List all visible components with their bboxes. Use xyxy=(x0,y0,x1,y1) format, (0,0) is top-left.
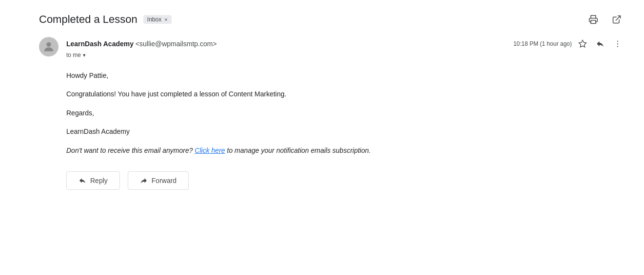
svg-point-4 xyxy=(617,41,618,42)
sender-name-row: LearnDash Academy <sullie@wpmailsmtp.com… xyxy=(66,37,624,51)
inbox-close-button[interactable]: × xyxy=(164,17,167,22)
svg-marker-3 xyxy=(579,40,586,47)
sender-name-block: LearnDash Academy <sullie@wpmailsmtp.com… xyxy=(66,40,217,48)
email-timestamp: 10:18 PM (1 hour ago) xyxy=(513,40,572,47)
email-container: Completed a Lesson Inbox × xyxy=(0,0,644,202)
unsubscribe-before: Don't want to receive this email anymore… xyxy=(66,147,195,154)
unsubscribe-link[interactable]: Click here xyxy=(195,147,225,154)
email-regards: Regards, xyxy=(66,108,624,118)
email-header: Completed a Lesson Inbox × xyxy=(39,12,624,27)
print-button[interactable] xyxy=(585,12,601,27)
header-icons xyxy=(585,12,624,27)
reply-icon-button[interactable] xyxy=(593,37,607,51)
forward-button-label: Forward xyxy=(152,177,176,184)
email-title-group: Completed a Lesson Inbox × xyxy=(39,13,172,26)
avatar xyxy=(39,37,59,56)
email-title: Completed a Lesson xyxy=(39,13,137,26)
unsubscribe-paragraph: Don't want to receive this email anymore… xyxy=(66,145,624,156)
email-body: Howdy Pattie, Congratulations! You have … xyxy=(66,70,624,156)
sender-meta-row: to me ▾ xyxy=(66,52,624,58)
svg-rect-0 xyxy=(591,20,596,24)
more-options-button[interactable] xyxy=(611,37,624,51)
timestamp-actions: 10:18 PM (1 hour ago) xyxy=(513,37,624,51)
forward-button[interactable]: Forward xyxy=(128,171,189,190)
email-signature: LearnDash Academy xyxy=(66,126,624,137)
reply-icon xyxy=(596,39,605,48)
print-icon xyxy=(588,15,598,24)
sender-section: LearnDash Academy <sullie@wpmailsmtp.com… xyxy=(39,37,624,58)
star-icon xyxy=(578,39,587,48)
email-congratulations: Congratulations! You have just completed… xyxy=(66,89,624,99)
email-greeting: Howdy Pattie, xyxy=(66,70,624,81)
svg-point-5 xyxy=(617,43,618,44)
sender-info: LearnDash Academy <sullie@wpmailsmtp.com… xyxy=(66,37,624,58)
reply-button[interactable]: Reply xyxy=(66,171,120,190)
inbox-label: Inbox xyxy=(147,16,161,23)
reply-button-label: Reply xyxy=(90,177,108,184)
open-external-icon xyxy=(612,15,622,24)
to-me-dropdown[interactable]: ▾ xyxy=(83,52,86,58)
inbox-badge[interactable]: Inbox × xyxy=(143,15,172,24)
svg-line-1 xyxy=(616,16,620,20)
action-buttons: Reply Forward xyxy=(66,171,624,190)
forward-btn-icon xyxy=(140,177,148,184)
reply-btn-icon xyxy=(78,177,86,184)
sender-name: LearnDash Academy xyxy=(66,40,134,48)
sender-email: <sullie@wpmailsmtp.com> xyxy=(136,40,217,48)
more-vertical-icon xyxy=(613,39,622,48)
unsubscribe-after: to manage your notification emails subsc… xyxy=(227,147,371,154)
open-external-button[interactable] xyxy=(609,12,624,27)
svg-point-6 xyxy=(617,46,618,47)
to-me-label: to me xyxy=(66,52,81,58)
avatar-icon xyxy=(42,40,56,54)
svg-point-2 xyxy=(46,42,51,47)
star-button[interactable] xyxy=(576,37,589,51)
